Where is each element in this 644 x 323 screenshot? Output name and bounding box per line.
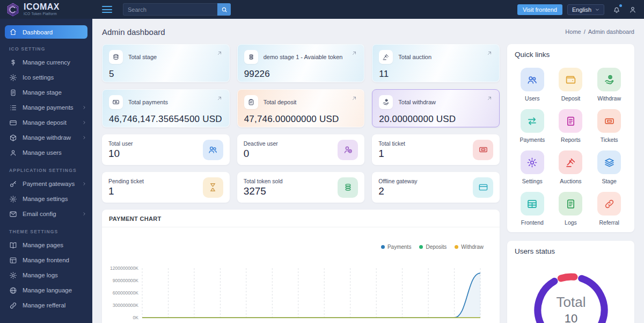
- stat-card-total-user: Total user10: [102, 134, 230, 165]
- search-input[interactable]: [123, 3, 217, 16]
- visit-frontend-button[interactable]: Visit frontend: [517, 4, 562, 15]
- stat-card-arrow-link[interactable]: [486, 95, 493, 102]
- stat-card-icon-tile: [473, 140, 493, 160]
- sidebar-item-manage-deposit[interactable]: Manage deposit: [0, 115, 92, 130]
- quick-link-label: Settings: [515, 178, 550, 184]
- quick-link-frontend[interactable]: Frontend: [515, 192, 550, 226]
- svg-text:0K: 0K: [133, 315, 139, 320]
- stat-card-arrow-link[interactable]: [351, 95, 357, 102]
- users-status-title: Users status: [515, 247, 627, 255]
- sidebar-item-label: Email config: [23, 211, 56, 217]
- stat-card-value: 1: [108, 185, 144, 197]
- sidebar-item-label: Manage currency: [23, 59, 70, 66]
- quick-link-payments[interactable]: Payments: [515, 109, 550, 143]
- quick-link-reports[interactable]: Reports: [553, 109, 589, 143]
- stat-card-arrow-link[interactable]: [216, 95, 223, 102]
- stat-card-arrow-link[interactable]: [486, 50, 493, 56]
- stat-card-arrow-link[interactable]: [351, 50, 357, 56]
- profile-button[interactable]: [628, 5, 637, 14]
- breadcrumb-home-link[interactable]: Home: [565, 28, 581, 35]
- legend-item-deposits[interactable]: Deposits: [419, 244, 447, 250]
- quick-link-users[interactable]: Users: [515, 68, 550, 102]
- sidebar-item-payment-gateways[interactable]: Payment gateways: [0, 176, 92, 191]
- layers-icon: [604, 157, 615, 168]
- breadcrumb-separator: /: [584, 28, 586, 35]
- sidebar-item-manage-frontend[interactable]: Manage frontend: [0, 253, 92, 268]
- submenu-expander[interactable]: [82, 181, 87, 186]
- sidebar-item-ico-settings[interactable]: Ico settings: [0, 70, 92, 85]
- main-content: Admin dashboard Home / Admin dashboard T…: [92, 19, 644, 323]
- sidebar-item-manage-refferal[interactable]: Manage refferal: [0, 298, 92, 313]
- sidebar-item-manage-pages[interactable]: Manage pages: [0, 238, 92, 253]
- stat-card-value: 11: [379, 69, 493, 80]
- globe-icon: [9, 286, 17, 295]
- submenu-expander[interactable]: [82, 135, 87, 140]
- svg-text:600000000K: 600000000K: [113, 290, 139, 296]
- hand-dollar-icon: [604, 74, 615, 85]
- stat-card-icon-box: [109, 50, 123, 64]
- sidebar-item-email-config[interactable]: Email config: [0, 206, 92, 221]
- sidebar-item-label: Manage language: [23, 287, 72, 293]
- quick-link-stage[interactable]: Stage: [591, 150, 627, 184]
- stat-card-label: Total withdraw: [398, 99, 436, 105]
- quick-link-tickets[interactable]: Tickets: [591, 109, 627, 143]
- submenu-expander[interactable]: [82, 211, 87, 217]
- sidebar-item-manage-payments[interactable]: Manage payments: [0, 100, 92, 115]
- notifications-button[interactable]: [612, 5, 621, 14]
- arrow-up-right-icon: [486, 50, 493, 56]
- submenu-expander[interactable]: [82, 120, 87, 125]
- quick-link-label: Payments: [515, 137, 550, 143]
- sidebar-item-manage-users[interactable]: Manage users: [0, 145, 92, 160]
- stat-card-label: Total deposit: [264, 99, 297, 105]
- stat-card-value: 20.00000000 USD: [379, 114, 493, 125]
- stat-card-arrow-link[interactable]: [216, 50, 223, 56]
- stat-card-total-stage: Total stage5: [102, 44, 230, 82]
- quick-link-label: Referral: [591, 219, 627, 226]
- sidebar-item-manage-currency[interactable]: Manage currency: [0, 55, 92, 70]
- stat-card-label: Total stage: [128, 54, 157, 60]
- search-button[interactable]: [217, 3, 231, 16]
- stat-card-icon-box: [244, 50, 258, 64]
- quick-link-logs[interactable]: Logs: [553, 192, 589, 226]
- quick-link-deposit[interactable]: Deposit: [553, 68, 589, 102]
- submenu-expander[interactable]: [82, 105, 87, 110]
- users-status-panel: Users status Total10: [507, 241, 634, 323]
- quick-link-settings[interactable]: Settings: [515, 150, 550, 184]
- quick-links-panel: Quick links UsersDepositWithdrawPayments…: [507, 44, 634, 232]
- stat-card-icon-tile: [203, 140, 223, 160]
- arrow-up-right-icon: [216, 50, 223, 56]
- menu-toggle-button[interactable]: [100, 4, 114, 15]
- legend-item-payments[interactable]: Payments: [381, 244, 411, 250]
- users-status-donut: Total10: [523, 262, 619, 323]
- payment-chart-canvas: 1200000000K900000000K600000000K300000000…: [102, 256, 500, 323]
- sidebar-item-label: Manage deposit: [23, 119, 67, 126]
- legend-item-withdraw[interactable]: Withdraw: [455, 244, 484, 250]
- sidebar-item-manage-logs[interactable]: Manage logs: [0, 268, 92, 283]
- stat-card-row-1: Total stage5demo stage 1 - Avaiable toke…: [102, 44, 500, 82]
- brand-logo[interactable]: ICOMAX ICO Token Platform: [0, 0, 92, 19]
- sidebar-item-manage-stage[interactable]: Manage stage: [0, 85, 92, 100]
- arrow-up-right-icon: [486, 95, 493, 102]
- quick-link-icon-tile: [597, 192, 621, 216]
- sidebar-item-manage-withdraw[interactable]: Manage withdraw: [0, 130, 92, 145]
- stat-card-row-3: Total user10Deactive user0Total ticket1: [102, 134, 500, 165]
- quick-link-referral[interactable]: Referral: [591, 192, 627, 226]
- quick-link-auctions[interactable]: Auctions: [553, 150, 589, 184]
- sidebar-item-manage-settings[interactable]: Manage settings: [0, 191, 92, 206]
- sidebar-item-label: Manage settings: [23, 196, 68, 202]
- stat-card-value: 10: [108, 148, 133, 160]
- quick-link-icon-tile: [521, 68, 544, 91]
- quick-link-icon-tile: [597, 68, 621, 91]
- stat-card-total-deposit: Total deposit47,746.00000000 USD: [237, 89, 365, 127]
- quick-link-withdraw[interactable]: Withdraw: [591, 68, 627, 102]
- sidebar-item-manage-language[interactable]: Manage language: [0, 283, 92, 298]
- quick-links-title: Quick links: [515, 51, 627, 59]
- sidebar-item-dashboard[interactable]: Dashboard: [5, 25, 87, 39]
- stat-card-value: 99226: [244, 69, 358, 80]
- card-icon: [9, 119, 17, 127]
- stat-card-demo-stage-1-avaiable-token: demo stage 1 - Avaiable token99226: [237, 44, 365, 82]
- sidebar-item-label: Manage refferal: [23, 302, 65, 308]
- language-select[interactable]: English: [567, 4, 604, 15]
- stat-card-row-4: Pending ticket1Total token sold3275Offli…: [102, 172, 500, 203]
- brand-subtitle: ICO Token Platform: [24, 12, 60, 16]
